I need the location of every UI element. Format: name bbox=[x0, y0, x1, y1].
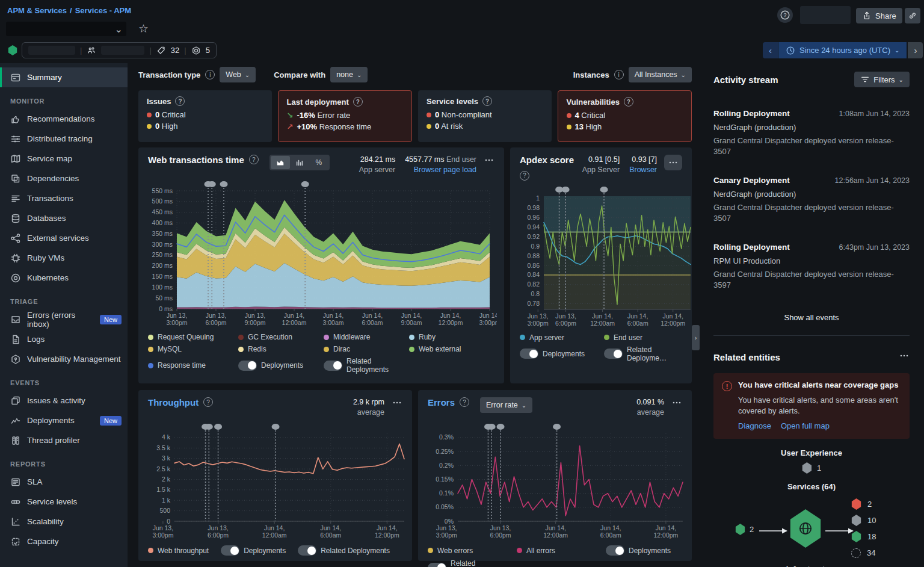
time-forward-button[interactable]: › bbox=[908, 42, 923, 58]
activity-event[interactable]: Canary Deployment12:56am Jun 14, 2023Ner… bbox=[713, 176, 910, 224]
legend-web-errors[interactable]: Web errors bbox=[428, 547, 517, 555]
toggle-switch[interactable] bbox=[238, 361, 257, 371]
sidebar-item-summary[interactable]: Summary bbox=[0, 67, 128, 87]
transaction-type-dropdown[interactable]: Web⌄ bbox=[220, 67, 256, 82]
summary-card-last-deployment[interactable]: Last deployment?↘-16% Error rate↗+10% Re… bbox=[278, 90, 413, 142]
activity-event[interactable]: Rolling Deployment1:08am Jun 14, 2023Ner… bbox=[713, 109, 910, 157]
toggle-switch[interactable] bbox=[298, 545, 316, 556]
breadcrumb-services-apm[interactable]: Services - APM bbox=[75, 6, 131, 15]
sidebar-item-service-levels[interactable]: Service levels bbox=[0, 492, 128, 512]
sidebar-item-thread-profiler[interactable]: Thread profiler bbox=[0, 430, 128, 450]
help-circle-icon[interactable]: ? bbox=[249, 155, 259, 164]
errors-chart[interactable]: 0.3%0.25%0.2%0.15%0.1%0.05%0%Jun 13,3:00… bbox=[428, 423, 682, 542]
panel-collapse-handle[interactable]: › bbox=[692, 325, 700, 350]
toggle-switch[interactable] bbox=[428, 563, 446, 567]
chart-type-bar-button[interactable] bbox=[290, 156, 309, 169]
sidebar-item-logs[interactable]: Logs bbox=[0, 329, 128, 349]
user-experience-node[interactable]: 1 bbox=[713, 462, 910, 474]
service-group-hexagon[interactable] bbox=[851, 498, 861, 510]
time-back-button[interactable]: ‹ bbox=[763, 42, 778, 58]
web-transactions-chart[interactable]: 550 ms500 ms450 ms400 ms350 ms300 ms250 … bbox=[148, 180, 494, 329]
activity-event[interactable]: Rolling Deployment6:43pm Jun 13, 2023RPM… bbox=[713, 243, 910, 291]
legend-request-queuing[interactable]: Request Queuing bbox=[148, 333, 238, 341]
legend-end-user[interactable]: End user bbox=[604, 333, 682, 342]
panel-menu-button[interactable] bbox=[671, 397, 682, 411]
sidebar-item-external-services[interactable]: External services bbox=[0, 228, 128, 248]
sidebar-item-capacity[interactable]: Capacity bbox=[0, 531, 128, 551]
chart-type-percent-button[interactable]: % bbox=[309, 156, 328, 169]
sidebar-item-ruby-vms[interactable]: Ruby VMs bbox=[0, 248, 128, 268]
help-circle-icon[interactable]: ? bbox=[203, 397, 213, 407]
sidebar-item-transactions[interactable]: Transactions bbox=[0, 188, 128, 208]
share-button[interactable]: Share bbox=[856, 8, 902, 23]
summary-card-issues[interactable]: Issues?0 Critical0 High bbox=[138, 90, 272, 142]
show-all-events-link[interactable]: Show all events bbox=[713, 309, 910, 336]
copy-link-button[interactable] bbox=[905, 8, 920, 23]
sidebar-item-dependencies[interactable]: Dependencies bbox=[0, 169, 128, 188]
toggle-related-deployments[interactable]: Related Deployments bbox=[298, 545, 390, 556]
breadcrumb-apm-services[interactable]: APM & Services bbox=[7, 6, 67, 15]
help-circle-icon[interactable]: ? bbox=[175, 96, 185, 106]
sidebar-item-kubernetes[interactable]: Kubernetes bbox=[0, 268, 128, 288]
filters-button[interactable]: Filters ⌄ bbox=[854, 72, 910, 87]
toggle-related-deployments[interactable]: Related Deployments bbox=[428, 559, 517, 567]
panel-title-link[interactable]: Throughput bbox=[148, 397, 199, 407]
error-rate-dropdown[interactable]: Error rate⌄ bbox=[480, 397, 532, 413]
panel-menu-button[interactable] bbox=[664, 155, 682, 170]
legend-app-server[interactable]: App server bbox=[520, 333, 604, 342]
entity-selector-dropdown[interactable]: ⌄ bbox=[6, 22, 126, 36]
toggle-related-deployments[interactable]: Related Deployments bbox=[324, 357, 409, 374]
browser-link[interactable]: Browser bbox=[629, 166, 657, 174]
sidebar-item-scalability[interactable]: Scalability bbox=[0, 512, 128, 531]
legend-ruby[interactable]: Ruby bbox=[409, 333, 494, 341]
legend-web-external[interactable]: Web external bbox=[409, 345, 494, 353]
summary-card-vulnerabilities[interactable]: Vulnerabilities?4 Critical13 High bbox=[558, 90, 692, 142]
browser-page-load-link[interactable]: Browser page load bbox=[414, 166, 476, 174]
panel-title-link[interactable]: Errors bbox=[428, 397, 455, 407]
toggle-switch[interactable] bbox=[606, 545, 624, 556]
time-range-dropdown[interactable]: Since 24 hours ago (UTC) ⌄ bbox=[778, 42, 907, 58]
sidebar-item-errors-errors-inbox[interactable]: Errors (errors inbox)New bbox=[0, 309, 128, 329]
diagnose-link[interactable]: Diagnose bbox=[738, 421, 771, 430]
toggle-deployments[interactable]: Deployments bbox=[606, 545, 682, 556]
related-entities-menu-button[interactable] bbox=[899, 350, 910, 364]
legend-redis[interactable]: Redis bbox=[238, 345, 324, 353]
toggle-deployments[interactable]: Deployments bbox=[238, 361, 324, 371]
panel-menu-button[interactable] bbox=[484, 155, 494, 168]
sidebar-item-distributed-tracing[interactable]: Distributed tracing bbox=[0, 129, 128, 149]
help-circle-icon[interactable]: ? bbox=[624, 97, 633, 107]
help-circle-icon[interactable]: ? bbox=[520, 171, 529, 181]
toggle-switch[interactable] bbox=[221, 545, 239, 556]
service-group-hexagon[interactable] bbox=[851, 531, 861, 542]
legend-all-errors[interactable]: All errors bbox=[517, 547, 606, 555]
service-group-dashed-circle[interactable] bbox=[851, 548, 861, 558]
help-circle-icon[interactable]: ? bbox=[482, 96, 492, 106]
sidebar-item-recommendations[interactable]: Recommendations bbox=[0, 109, 128, 129]
sidebar-item-deployments[interactable]: DeploymentsNew bbox=[0, 411, 128, 430]
info-icon[interactable]: i bbox=[614, 70, 624, 79]
sidebar-item-databases[interactable]: Databases bbox=[0, 208, 128, 228]
legend-response-time[interactable]: Response time bbox=[148, 361, 238, 370]
legend-middleware[interactable]: Middleware bbox=[324, 333, 409, 341]
help-button[interactable]: ? bbox=[777, 7, 793, 23]
legend-gc-execution[interactable]: GC Execution bbox=[238, 333, 324, 341]
panel-menu-button[interactable] bbox=[392, 397, 402, 411]
service-group-hexagon[interactable] bbox=[851, 515, 861, 526]
apdex-chart[interactable]: 10.980.960.940.920.90.880.860.840.820.80… bbox=[520, 185, 682, 330]
toggle-switch[interactable] bbox=[324, 361, 342, 371]
toggle-deployments[interactable]: Deployments bbox=[221, 545, 286, 556]
legend-web-throughput[interactable]: Web throughput bbox=[148, 547, 209, 555]
summary-card-service-levels[interactable]: Service levels?0 Non-compliant0 At risk bbox=[418, 90, 552, 142]
entity-meta-pill[interactable]: | | 32 | 5 bbox=[22, 42, 217, 58]
toggle-deployments[interactable]: Deployments bbox=[520, 349, 604, 359]
legend-dirac[interactable]: Dirac bbox=[324, 345, 409, 353]
sidebar-item-service-map[interactable]: Service map bbox=[0, 149, 128, 169]
help-circle-icon[interactable]: ? bbox=[353, 97, 363, 107]
toggle-switch[interactable] bbox=[604, 349, 623, 359]
chart-type-area-button[interactable] bbox=[271, 156, 290, 169]
toggle-switch[interactable] bbox=[520, 349, 538, 359]
sidebar-item-sla[interactable]: SLA bbox=[0, 472, 128, 492]
toggle-related-deployme[interactable]: Related Deployme… bbox=[604, 345, 682, 362]
instances-dropdown[interactable]: All Instances⌄ bbox=[629, 67, 692, 82]
legend-mysql[interactable]: MySQL bbox=[148, 345, 238, 353]
